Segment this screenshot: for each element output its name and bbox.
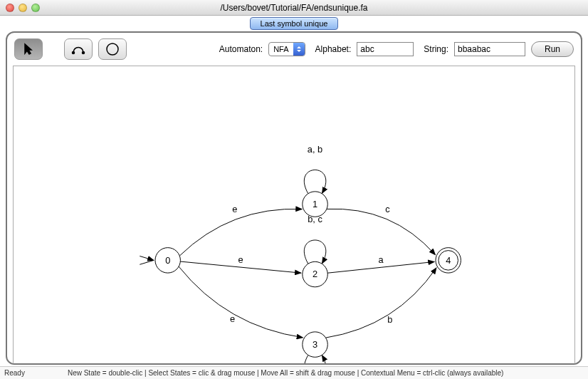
window-title: /Users/bovet/Tutorial/FA/endsunique.fa — [0, 3, 588, 13]
svg-point-0 — [73, 52, 75, 54]
automaton-select-value: NFA — [269, 43, 293, 56]
edge-2-2[interactable]: b, c — [304, 214, 326, 264]
edge-0-2[interactable]: e — [180, 254, 301, 273]
svg-point-2 — [107, 43, 118, 55]
window-controls — [0, 4, 40, 12]
status-bar: Ready New State = double-clic | Select S… — [0, 366, 588, 379]
toolbar: Automaton: NFA Alphabet: String: Run — [7, 33, 581, 66]
edge-3-4[interactable]: b — [326, 268, 437, 338]
svg-text:c: c — [385, 204, 390, 214]
state-icon — [105, 42, 120, 56]
edge-1-4[interactable]: c — [327, 204, 436, 255]
svg-text:b: b — [387, 314, 392, 325]
run-button[interactable]: Run — [531, 41, 574, 57]
svg-point-1 — [83, 52, 85, 54]
transition-tool-button[interactable] — [64, 38, 93, 60]
status-help: New State = double-clic | Select States … — [68, 369, 504, 377]
edge-0-3[interactable]: e — [179, 266, 303, 338]
svg-text:1: 1 — [313, 199, 317, 209]
edge-1-1[interactable]: a, b — [304, 144, 326, 194]
window-titlebar: /Users/bovet/Tutorial/FA/endsunique.fa — [0, 0, 588, 16]
zoom-icon[interactable] — [31, 4, 40, 12]
tab-last-symbol-unique[interactable]: Last symbol unique — [250, 17, 339, 30]
state-2[interactable]: 2 — [303, 261, 327, 286]
minimize-icon[interactable] — [19, 4, 27, 12]
svg-text:e: e — [230, 313, 235, 324]
string-input[interactable] — [454, 42, 525, 56]
string-label: String: — [424, 44, 448, 54]
alphabet-input[interactable] — [357, 42, 414, 56]
state-0[interactable]: 0 — [140, 248, 180, 273]
state-4[interactable]: 4 — [436, 248, 461, 273]
edge-2-4[interactable]: a — [327, 254, 434, 273]
state-3[interactable]: 3 — [303, 332, 327, 357]
alphabet-label: Alphabet: — [315, 44, 352, 54]
automaton-label: Automaton: — [219, 44, 263, 54]
edge-0-1[interactable]: e — [179, 204, 302, 256]
automaton-canvas[interactable]: eeea, bb, ca,ccab 01234 — [13, 66, 575, 365]
svg-text:a, b: a, b — [308, 144, 322, 155]
close-icon[interactable] — [6, 4, 14, 12]
svg-text:4: 4 — [446, 255, 451, 266]
automaton-drawing: eeea, bb, ca,ccab 01234 — [14, 66, 574, 365]
chevron-updown-icon — [293, 43, 305, 56]
state-tool-button[interactable] — [98, 38, 127, 60]
state-1[interactable]: 1 — [303, 192, 327, 217]
svg-text:a: a — [379, 254, 384, 265]
svg-text:e: e — [232, 204, 237, 214]
pointer-icon — [22, 43, 35, 56]
svg-text:e: e — [238, 254, 243, 265]
main-panel: Automaton: NFA Alphabet: String: Run eee… — [6, 31, 582, 365]
svg-text:3: 3 — [313, 339, 317, 350]
svg-text:2: 2 — [313, 269, 317, 279]
pointer-tool-button[interactable] — [14, 38, 43, 60]
automaton-select[interactable]: NFA — [268, 42, 305, 56]
status-ready: Ready — [4, 369, 25, 377]
tab-bar: Last symbol unique — [0, 17, 588, 31]
transition-icon — [70, 43, 86, 56]
svg-text:0: 0 — [165, 255, 170, 266]
